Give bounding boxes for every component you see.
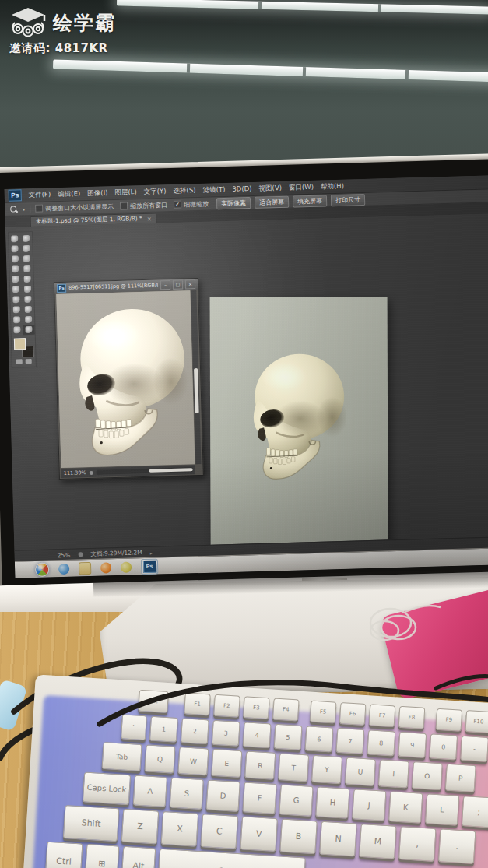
toolbox-footer-icons [12, 359, 36, 364]
tool-brush-icon[interactable] [21, 264, 33, 274]
menu-item-7[interactable]: 3D(D) [232, 184, 251, 195]
tool-dodge-icon[interactable] [22, 294, 33, 304]
tool-gradient-icon[interactable] [22, 284, 33, 294]
key-6: 6 [305, 726, 334, 752]
option-button-2[interactable]: 填充屏幕 [293, 195, 327, 207]
status-expander-icon[interactable]: ▸ [150, 550, 153, 555]
key-;: ; [462, 796, 488, 828]
tool-history-brush-icon[interactable] [22, 274, 33, 284]
watermark-brand: 绘学霸 [53, 10, 116, 36]
light-segment-gap [405, 70, 409, 79]
menu-item-6[interactable]: 滤镜(T) [202, 184, 225, 195]
tool-preset-caret-icon[interactable]: ▾ [23, 206, 25, 212]
key-f: F [242, 782, 276, 814]
key-f1: F1 [184, 692, 211, 715]
reference-zoom-level[interactable]: 111.39% [64, 469, 86, 476]
menu-item-9[interactable]: 窗口(W) [289, 182, 314, 192]
key-y: Y [311, 755, 342, 784]
quick-mask-icon[interactable] [16, 359, 23, 364]
menu-item-5[interactable]: 选择(S) [173, 186, 195, 196]
tool-blur-icon[interactable] [10, 294, 22, 304]
key-2: 2 [181, 718, 209, 744]
key-i: I [378, 759, 409, 788]
active-app-slot[interactable]: Ps [141, 558, 159, 575]
tool-eyedropper-icon[interactable] [21, 254, 33, 264]
key-f5: F5 [310, 701, 337, 724]
screen-mode-icon[interactable] [26, 359, 32, 364]
photoshop-taskbar-icon[interactable]: Ps [142, 560, 156, 572]
menu-item-0[interactable]: 文件(F) [29, 190, 51, 200]
option-button-0[interactable]: 实际像素 [216, 197, 251, 209]
foreground-color-swatch[interactable] [14, 338, 26, 350]
menu-item-4[interactable]: 文字(Y) [144, 187, 167, 197]
option-checkbox-1[interactable]: 缩放所有窗口 [120, 201, 167, 211]
skull-painting [230, 348, 354, 483]
watermark: 绘学霸 邀请码: 4817KR [9, 5, 116, 56]
photoshop-app-icon[interactable]: Ps [9, 189, 22, 201]
checkbox-icon[interactable] [35, 205, 43, 213]
key-a: A [133, 775, 167, 808]
tab-close-icon[interactable]: × [147, 215, 153, 222]
move-glyph [11, 235, 18, 242]
tool-crop-icon[interactable] [9, 254, 21, 264]
menu-item-8[interactable]: 视图(V) [258, 183, 282, 193]
app-orange-icon[interactable] [100, 562, 111, 573]
tool-zoom-icon[interactable] [23, 325, 34, 335]
browser-icon[interactable] [58, 563, 69, 574]
reference-window-title: 896-5517[0651].jpg @ 111%(RGB/8) [68, 282, 158, 290]
key-s: S [170, 777, 204, 810]
key-`: ` [121, 714, 147, 740]
option-checkbox-0[interactable]: 调整窗口大小以满屏显示 [35, 202, 114, 213]
minimize-button[interactable]: – [160, 280, 170, 290]
tool-pen-icon[interactable] [11, 304, 23, 315]
vertical-scroll-thumb[interactable] [194, 368, 199, 413]
canvas-zoom-level[interactable]: 25% [58, 551, 71, 558]
tool-clone-stamp-icon[interactable] [10, 274, 22, 284]
key-f8: F8 [398, 706, 426, 729]
lasso-glyph [12, 245, 19, 252]
checkbox-icon[interactable] [120, 202, 128, 209]
key-k: K [388, 791, 423, 824]
key-f7: F7 [369, 704, 396, 727]
tool-rectangle-icon[interactable] [23, 315, 34, 325]
eyedropper-glyph [23, 255, 30, 262]
close-button[interactable]: × [185, 279, 195, 289]
key-b: B [279, 818, 318, 854]
tool-eraser-icon[interactable] [10, 284, 22, 294]
zoom-tool-icon[interactable] [9, 205, 18, 213]
reference-image-canvas[interactable] [56, 290, 195, 468]
tool-type-icon[interactable] [23, 304, 34, 315]
menu-item-1[interactable]: 编辑(E) [58, 189, 80, 199]
horizontal-scrollbar[interactable] [97, 467, 193, 474]
key-f3: F3 [243, 696, 270, 719]
reference-image-window[interactable]: Ps 896-5517[0651].jpg @ 111%(RGB/8) – □ … [54, 278, 204, 480]
app-yellow-icon[interactable] [121, 561, 132, 572]
menu-item-2[interactable]: 图像(I) [87, 188, 107, 199]
painting-canvas[interactable] [210, 297, 388, 553]
path-selection-glyph [13, 316, 20, 323]
brush-glyph [23, 265, 30, 272]
checkbox-checked-icon[interactable]: ✓ [174, 201, 181, 209]
key-7: 7 [335, 728, 364, 754]
folder-icon[interactable] [79, 561, 91, 574]
option-button-1[interactable]: 适合屏幕 [255, 195, 289, 208]
tool-hand-icon[interactable] [11, 325, 23, 335]
maximize-button[interactable]: □ [173, 280, 183, 290]
key-f10: F10 [465, 710, 488, 733]
tool-lasso-icon[interactable] [9, 244, 20, 254]
key-f6: F6 [339, 702, 367, 726]
option-button-3[interactable]: 打印尺寸 [331, 193, 365, 206]
tool-quick-selection-icon[interactable] [20, 244, 32, 254]
menu-item-10[interactable]: 帮助(H) [321, 181, 344, 192]
light-segment-gap [303, 67, 306, 76]
tool-path-selection-icon[interactable] [11, 315, 23, 325]
horizontal-scroll-thumb[interactable] [149, 468, 193, 473]
tool-move-icon[interactable] [9, 234, 20, 244]
tool-spot-healing-icon[interactable] [9, 264, 21, 274]
menu-item-3[interactable]: 图层(L) [114, 188, 137, 198]
tool-marquee-icon[interactable] [20, 234, 32, 244]
aoc-monitor: Ps 文件(F)编辑(E)图像(I)图层(L)文字(Y)选择(S)滤镜(T)3D… [0, 153, 488, 631]
start-button[interactable] [35, 562, 49, 576]
key-d: D [206, 779, 240, 812]
option-checkbox-2[interactable]: ✓细微缩放 [174, 199, 209, 209]
